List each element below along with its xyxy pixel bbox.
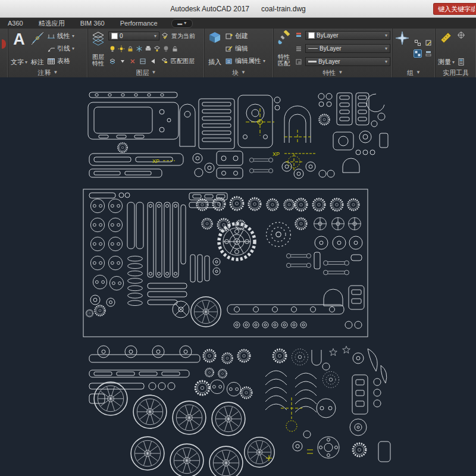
- mtext-button[interactable]: A 文字▾: [10, 30, 28, 68]
- caret-down-icon: ▼: [339, 70, 343, 75]
- label: 特性: [323, 68, 336, 77]
- caret-down-icon: ▾: [25, 60, 27, 65]
- lineweight-select[interactable]: ByLayer ▾: [305, 57, 390, 66]
- match-layer-icon: [161, 57, 169, 65]
- caret-down-icon: ▼: [416, 70, 421, 75]
- drawing-canvas[interactable]: XP XP: [0, 77, 476, 476]
- yellow-reference-marks: XP XP: [152, 108, 315, 461]
- layer-properties-icon: [90, 30, 106, 46]
- table-icon: [47, 57, 55, 65]
- label: 标注: [31, 58, 44, 67]
- id-point-icon[interactable]: [457, 31, 465, 39]
- layer-thaw-icon[interactable]: [117, 45, 126, 53]
- layer-on-icon[interactable]: [108, 45, 117, 53]
- label: 组: [407, 68, 414, 77]
- panel-label-layers[interactable]: 图层 ▼: [88, 68, 204, 77]
- panel-properties: 特性匹配 ByLayer ▾ ByLayer ▾: [274, 29, 393, 77]
- linetype-icon: [308, 48, 318, 49]
- panel-label-utilities[interactable]: 实用工具: [436, 68, 476, 77]
- autocad-window: Autodesk AutoCAD 2017 coal-train.dwg A36…: [0, 0, 476, 476]
- label: 线性: [57, 32, 70, 40]
- layer-properties-button[interactable]: 图层特性: [90, 30, 107, 68]
- app-title: Autodesk AutoCAD 2017: [170, 5, 249, 13]
- edit-attributes-icon: [225, 57, 233, 65]
- object-color-select[interactable]: ByLayer ▾: [305, 31, 390, 40]
- group-selection-toggle[interactable]: [414, 49, 422, 58]
- panel-label-annotation[interactable]: 注释 ▼: [8, 68, 87, 77]
- ribbon: A 文字▾ 标注 线性 ▾: [0, 29, 476, 77]
- tab-bim360[interactable]: BIM 360: [73, 18, 112, 29]
- edit-attributes-button[interactable]: 编辑属性 ▾: [225, 56, 265, 66]
- list-icon[interactable]: [295, 45, 303, 53]
- caret-down-icon: ▾: [184, 21, 186, 26]
- panel-utilities: 测量▾ 实用工具: [436, 29, 476, 77]
- measure-button[interactable]: 测量▾: [437, 30, 455, 68]
- panel-annotation: A 文字▾ 标注 线性 ▾: [8, 29, 88, 77]
- text-icon: A: [13, 30, 25, 48]
- caret-down-icon: ▼: [54, 70, 58, 75]
- panel-label-block[interactable]: 块 ▼: [205, 68, 273, 77]
- dimension-button[interactable]: 标注: [30, 30, 45, 68]
- layer-prev-icon[interactable]: [149, 57, 157, 65]
- layer-isolate-icon[interactable]: [153, 45, 161, 53]
- layer-freeze-all-icon[interactable]: [139, 57, 147, 65]
- laser-cut-panel-1: [88, 92, 388, 178]
- laser-cut-panel-3: [89, 346, 390, 476]
- label: 特性: [92, 60, 104, 67]
- label: 编辑属性: [235, 57, 261, 65]
- layer-walk-icon[interactable]: [108, 57, 117, 65]
- drawing-viewport: XP XP: [0, 77, 476, 476]
- tab-performance[interactable]: Performance: [112, 18, 165, 29]
- title-bar: Autodesk AutoCAD 2017 coal-train.dwg: [0, 0, 476, 18]
- layer-plot-icon[interactable]: [144, 45, 152, 53]
- lineweight-value: ByLayer: [318, 58, 383, 65]
- linetype-select[interactable]: ByLayer ▾: [305, 44, 390, 53]
- transparency-icon[interactable]: [295, 58, 303, 66]
- partial-icon: [2, 39, 6, 49]
- ribbon-options-button[interactable]: ▬ ▾: [171, 19, 193, 28]
- quick-calc-icon[interactable]: [457, 58, 465, 66]
- group-edit-icon[interactable]: [424, 39, 433, 47]
- match-layer-button[interactable]: 匹配图层: [161, 57, 195, 65]
- group-manager-icon[interactable]: [424, 49, 433, 58]
- label: 引线: [57, 44, 70, 53]
- label: 插入: [208, 58, 221, 67]
- current-layer-value: 0: [120, 33, 152, 39]
- set-current-layer-button[interactable]: 置为当前: [161, 32, 195, 40]
- layer-unlock-icon[interactable]: [171, 45, 179, 53]
- insert-block-button[interactable]: 插入: [206, 30, 223, 68]
- label: 实用工具: [443, 68, 469, 77]
- panel-label-group[interactable]: 组 ▼: [393, 68, 435, 77]
- ungroup-icon[interactable]: [414, 39, 422, 47]
- layer-off-icon[interactable]: [162, 45, 170, 53]
- layer-lock-icon[interactable]: [126, 45, 134, 53]
- linear-dim-button[interactable]: 线性 ▾: [47, 31, 74, 41]
- layer-select[interactable]: 0 ▾: [108, 32, 159, 40]
- edit-block-button[interactable]: 编辑: [225, 43, 265, 54]
- label: 创建: [235, 32, 248, 40]
- tab-a360[interactable]: A360: [0, 18, 31, 29]
- label: 注释: [38, 68, 51, 77]
- layer-freeze-icon[interactable]: [135, 45, 143, 53]
- match-properties-button[interactable]: 特性匹配: [275, 30, 292, 68]
- label: 块: [232, 68, 239, 77]
- label: 图层: [92, 54, 104, 60]
- label: 特性: [278, 54, 290, 60]
- tab-featured-apps[interactable]: 精选应用: [31, 18, 73, 29]
- panel-layers: 图层特性 0 ▾ 置为当前: [88, 29, 205, 77]
- table-button[interactable]: 表格: [47, 56, 74, 66]
- label: 文字: [11, 58, 24, 67]
- panel-label-properties[interactable]: 特性 ▼: [274, 68, 392, 77]
- layer-merge-icon[interactable]: [118, 57, 127, 65]
- layer-delete-icon[interactable]: [129, 57, 137, 65]
- dash-icon: ▬: [177, 21, 182, 26]
- search-input[interactable]: [433, 3, 476, 15]
- lineweight-icon: [308, 61, 317, 62]
- create-block-button[interactable]: 创建: [225, 31, 265, 41]
- match-properties-icon: [276, 30, 292, 46]
- group-button[interactable]: [394, 30, 411, 68]
- caret-down-icon: ▾: [452, 60, 455, 65]
- xp-annotation: XP: [273, 151, 280, 157]
- leader-button[interactable]: 引线 ▾: [47, 43, 74, 54]
- object-color-icon[interactable]: [295, 31, 303, 39]
